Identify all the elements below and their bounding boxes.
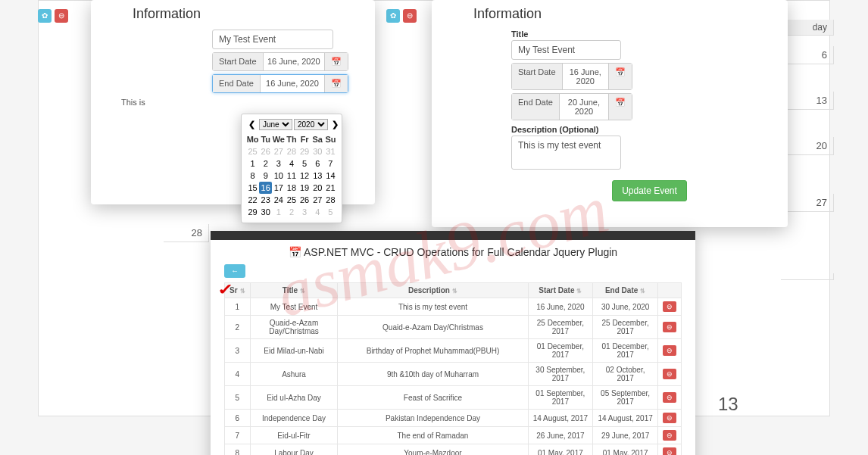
delete-row-button[interactable]: ⊖ bbox=[663, 392, 676, 403]
table-row[interactable]: 3Eid Milad-un-NabiBirthday of Prophet Mu… bbox=[225, 339, 682, 363]
start-date-value[interactable]: 16 June, 2020 bbox=[563, 64, 608, 89]
table-row[interactable]: 7Eid-ul-FitrThe end of Ramadan26 June, 2… bbox=[225, 427, 682, 444]
description-input[interactable] bbox=[511, 136, 621, 170]
next-month-button[interactable]: ❯ bbox=[329, 120, 341, 129]
day-other-month[interactable]: 1 bbox=[272, 206, 285, 218]
update-event-button[interactable]: Update Event bbox=[612, 180, 687, 201]
day-cell[interactable]: 19 bbox=[298, 182, 311, 194]
delete-row-button[interactable]: ⊖ bbox=[663, 413, 676, 423]
day-cell[interactable]: 9 bbox=[259, 170, 272, 182]
day-other-month[interactable]: 30 bbox=[311, 145, 324, 157]
day-other-month[interactable]: 4 bbox=[311, 206, 324, 218]
calendar-icon[interactable]: 📅 bbox=[324, 53, 348, 70]
day-cell[interactable]: 5 bbox=[298, 157, 311, 170]
gear-icon[interactable]: ✿ bbox=[38, 9, 52, 23]
month-select[interactable]: June bbox=[259, 119, 292, 130]
day-other-month[interactable]: 3 bbox=[298, 206, 311, 218]
modal-heading: Information bbox=[473, 6, 788, 22]
day-cell[interactable]: 7 bbox=[324, 157, 337, 170]
day-cell[interactable]: 20 bbox=[311, 182, 324, 194]
table-row[interactable]: 8Labour DayYoum-e-Mazdoor01 May, 201701 … bbox=[225, 444, 682, 456]
day-cell[interactable]: 12 bbox=[298, 170, 311, 182]
table-row[interactable]: 2Quaid-e-Azam Day/ChristmasQuaid-e-Azam … bbox=[225, 316, 682, 339]
gear-icon[interactable]: ✿ bbox=[386, 9, 400, 23]
column-header[interactable]: End Date⇅ bbox=[593, 283, 658, 298]
prev-month-button[interactable]: ❮ bbox=[246, 120, 258, 129]
day-cell[interactable]: 27 bbox=[311, 194, 324, 206]
calendar-cell[interactable]: 13 bbox=[781, 92, 834, 110]
dow-header: Tu bbox=[259, 133, 272, 145]
day-cell[interactable]: 22 bbox=[246, 194, 259, 206]
day-cell[interactable]: 29 bbox=[246, 206, 259, 218]
day-other-month[interactable]: 28 bbox=[285, 145, 298, 157]
day-other-month[interactable]: 25 bbox=[246, 145, 259, 157]
calendar-cell[interactable]: 27 bbox=[781, 194, 834, 212]
day-cell[interactable]: 14 bbox=[324, 170, 337, 182]
dow-header: Fr bbox=[298, 133, 311, 145]
end-date-value[interactable]: 20 June, 2020 bbox=[560, 94, 608, 120]
day-cell[interactable]: 21 bbox=[324, 182, 337, 194]
day-cell[interactable]: 15 bbox=[246, 182, 259, 194]
dow-header: We bbox=[272, 133, 285, 145]
day-cell[interactable]: 18 bbox=[285, 182, 298, 194]
day-cell[interactable]: 24 bbox=[272, 194, 285, 206]
day-cell[interactable]: 1 bbox=[246, 157, 259, 170]
day-cell[interactable]: 30 bbox=[259, 206, 272, 218]
day-cell[interactable]: 28 bbox=[324, 194, 337, 206]
day-cell[interactable]: 2 bbox=[259, 157, 272, 170]
delete-row-button[interactable]: ⊖ bbox=[663, 430, 676, 441]
description-preview: This is bbox=[121, 98, 356, 107]
update-event-modal: Information Title Start Date 16 June, 20… bbox=[432, 0, 788, 227]
calendar-icon[interactable]: 📅 bbox=[608, 64, 632, 89]
delete-row-button[interactable]: ⊖ bbox=[663, 345, 676, 356]
year-select[interactable]: 2020 bbox=[294, 119, 328, 130]
events-list-card: 📅 ASP.NET MVC - CRUD Operations for Full… bbox=[211, 231, 695, 455]
table-row[interactable]: 1My Test EventThis is my test event16 Ju… bbox=[225, 298, 682, 316]
calendar-cell[interactable] bbox=[781, 273, 834, 280]
day-cell[interactable]: 6 bbox=[311, 157, 324, 170]
day-cell[interactable]: 4 bbox=[285, 157, 298, 170]
title-input[interactable] bbox=[212, 30, 333, 49]
delete-row-button[interactable]: ⊖ bbox=[663, 301, 676, 312]
calendar-icon[interactable]: 📅 bbox=[608, 94, 632, 120]
end-date-group: End Date 20 June, 2020 📅 bbox=[511, 93, 632, 120]
day-other-month[interactable]: 31 bbox=[324, 145, 337, 157]
day-cell[interactable]: 25 bbox=[285, 194, 298, 206]
delete-icon[interactable]: ⊖ bbox=[55, 9, 68, 23]
calendar-cell[interactable]: 20 bbox=[781, 137, 834, 155]
day-other-month[interactable]: 29 bbox=[298, 145, 311, 157]
day-cell[interactable]: 8 bbox=[246, 170, 259, 182]
day-cell[interactable]: 23 bbox=[259, 194, 272, 206]
day-cell[interactable]: 3 bbox=[272, 157, 285, 170]
start-date-value[interactable]: 16 June, 2020 bbox=[264, 53, 324, 70]
day-cell[interactable]: 26 bbox=[298, 194, 311, 206]
table-row[interactable]: 4Ashura9th &10th day of Muharram30 Septe… bbox=[225, 363, 682, 386]
table-row[interactable]: 5Eid ul-Azha DayFeast of Sacrifice01 Sep… bbox=[225, 386, 682, 410]
day-other-month[interactable]: 2 bbox=[285, 206, 298, 218]
calendar-header-day: day bbox=[781, 20, 834, 36]
day-other-month[interactable]: 27 bbox=[272, 145, 285, 157]
table-row[interactable]: 6Independence DayPakistan Independence D… bbox=[225, 410, 682, 427]
delete-icon[interactable]: ⊖ bbox=[403, 9, 417, 23]
day-cell[interactable]: 11 bbox=[285, 170, 298, 182]
column-header[interactable]: Title⇅ bbox=[250, 283, 338, 298]
column-header[interactable]: Start Date⇅ bbox=[528, 283, 593, 298]
day-other-month[interactable]: 26 bbox=[259, 145, 272, 157]
day-cell[interactable]: 10 bbox=[272, 170, 285, 182]
column-header[interactable]: Description⇅ bbox=[338, 283, 528, 298]
delete-row-button[interactable]: ⊖ bbox=[663, 369, 676, 379]
day-other-month[interactable]: 5 bbox=[324, 206, 337, 218]
calendar-cell-big[interactable]: 13 bbox=[718, 394, 738, 415]
dow-header: Th bbox=[285, 133, 298, 145]
end-date-value[interactable]: 16 June, 2020 bbox=[261, 75, 324, 92]
day-cell[interactable]: 17 bbox=[272, 182, 285, 194]
delete-row-button[interactable]: ⊖ bbox=[663, 447, 676, 455]
day-cell[interactable]: 16 bbox=[259, 182, 272, 194]
day-cell[interactable]: 13 bbox=[311, 170, 324, 182]
calendar-cell[interactable]: 28 bbox=[164, 224, 209, 242]
delete-row-button[interactable]: ⊖ bbox=[663, 322, 676, 332]
title-input[interactable] bbox=[511, 40, 621, 60]
calendar-cell[interactable]: 6 bbox=[781, 46, 834, 64]
add-button[interactable]: ← bbox=[224, 264, 245, 278]
calendar-icon[interactable]: 📅 bbox=[324, 75, 348, 92]
